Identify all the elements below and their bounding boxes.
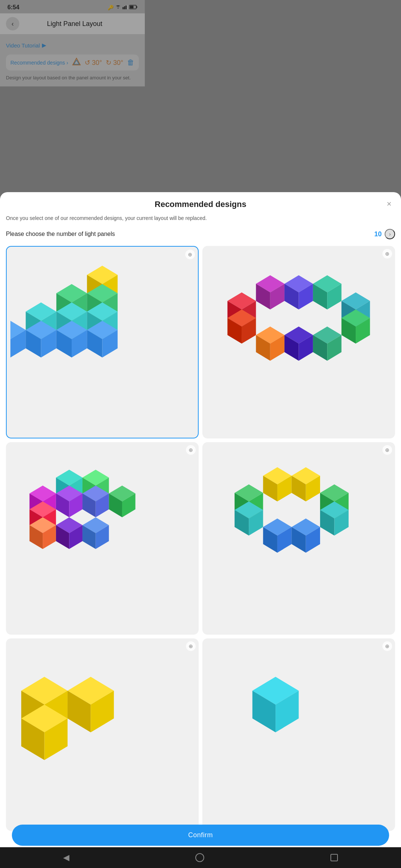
modal-description: Once you select one of our recommended d… — [6, 214, 145, 222]
modal-overlay: × Recommended designs Once you select on… — [0, 0, 145, 313]
modal-title: Recommended designs — [6, 200, 145, 209]
panel-count-label: Please choose the number of light panels — [6, 231, 115, 237]
design-grid: ⊕ — [6, 246, 145, 313]
design-card-1[interactable]: ⊕ — [6, 246, 145, 313]
design-image-1 — [10, 250, 145, 313]
svg-marker-18 — [26, 302, 56, 313]
panel-count-row: Please choose the number of light panels… — [6, 229, 145, 239]
recommended-designs-modal: × Recommended designs Once you select on… — [0, 192, 145, 313]
